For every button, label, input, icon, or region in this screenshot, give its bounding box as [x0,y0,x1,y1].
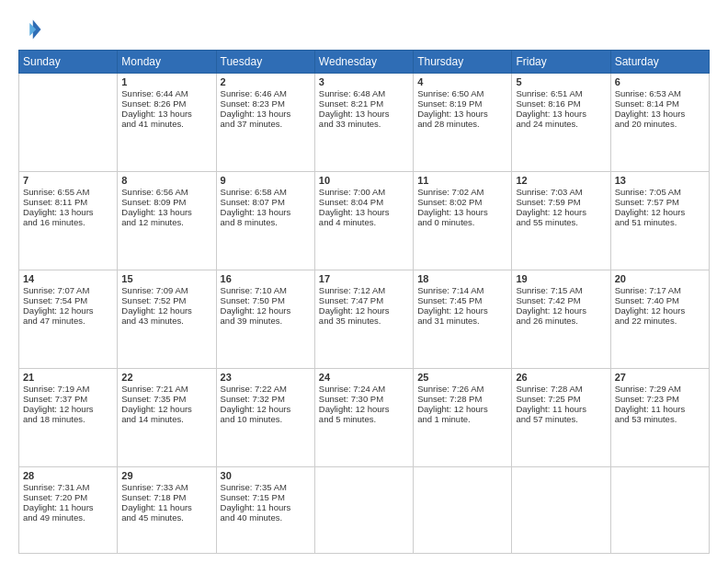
calendar-cell: 24Sunrise: 7:24 AMSunset: 7:30 PMDayligh… [314,369,413,467]
day-info-line: and 4 minutes. [319,217,409,227]
day-info-line: Daylight: 13 hours [121,207,211,217]
day-info-line: Daylight: 12 hours [221,404,311,414]
day-number: 7 [23,175,113,186]
day-number: 24 [319,372,409,383]
weekday-header-monday: Monday [118,51,216,74]
day-number: 3 [319,76,409,87]
day-info-line: Sunset: 7:40 PM [615,295,705,305]
day-info-line: Sunrise: 7:07 AM [23,285,113,295]
day-info-line: and 39 minutes. [221,316,311,326]
day-info-line: Sunrise: 7:09 AM [121,285,211,295]
day-info-line: Sunset: 7:30 PM [319,394,409,404]
week-row-2: 7Sunrise: 6:55 AMSunset: 8:11 PMDaylight… [19,172,710,270]
day-info-line: Daylight: 12 hours [121,404,211,414]
day-info-line: Sunrise: 6:56 AM [121,187,211,197]
day-info-line: Sunset: 7:23 PM [615,394,705,404]
day-info-line: Sunrise: 6:48 AM [319,88,409,98]
day-number: 22 [121,372,211,383]
day-info-line: Sunrise: 6:58 AM [221,187,311,197]
calendar-cell: 28Sunrise: 7:31 AMSunset: 7:20 PMDayligh… [19,467,118,554]
day-number: 27 [615,372,705,383]
calendar-cell: 10Sunrise: 7:00 AMSunset: 8:04 PMDayligh… [314,172,413,270]
calendar-cell: 1Sunrise: 6:44 AMSunset: 8:26 PMDaylight… [118,74,216,172]
day-info-line: Sunrise: 6:50 AM [417,88,507,98]
day-info-line: Daylight: 13 hours [221,109,311,119]
day-info-line: and 55 minutes. [516,217,606,227]
weekday-header-wednesday: Wednesday [314,51,413,74]
weekday-header-row: SundayMondayTuesdayWednesdayThursdayFrid… [19,51,710,74]
day-info-line: Sunrise: 7:15 AM [516,285,606,295]
day-info-line: Daylight: 13 hours [221,207,311,217]
calendar-cell: 15Sunrise: 7:09 AMSunset: 7:52 PMDayligh… [118,270,216,369]
day-number: 6 [615,76,705,87]
day-info-line: Daylight: 12 hours [23,404,113,414]
day-number: 5 [516,76,606,87]
day-number: 17 [319,273,409,284]
day-info-line: Sunset: 7:59 PM [516,197,606,207]
day-info-line: and 1 minute. [417,414,507,424]
day-info-line: Sunrise: 7:17 AM [615,285,705,295]
day-info-line: Sunset: 8:09 PM [121,197,211,207]
day-number: 13 [615,175,705,186]
day-number: 4 [417,76,507,87]
day-info-line: and 51 minutes. [615,217,705,227]
calendar-cell: 4Sunrise: 6:50 AMSunset: 8:19 PMDaylight… [414,74,512,172]
calendar-cell: 7Sunrise: 6:55 AMSunset: 8:11 PMDaylight… [19,172,118,270]
calendar-cell: 30Sunrise: 7:35 AMSunset: 7:15 PMDayligh… [216,467,314,554]
day-info-line: Sunrise: 6:44 AM [121,88,211,98]
day-info-line: and 18 minutes. [23,414,113,424]
calendar-cell: 17Sunrise: 7:12 AMSunset: 7:47 PMDayligh… [314,270,413,369]
day-number: 29 [121,470,211,481]
day-info-line: Sunrise: 6:53 AM [615,88,705,98]
day-number: 30 [221,470,311,481]
day-info-line: and 40 minutes. [221,512,311,523]
day-number: 15 [121,273,211,284]
day-number: 16 [221,273,311,284]
day-info-line: Sunrise: 7:26 AM [417,384,507,394]
weekday-header-thursday: Thursday [414,51,512,74]
day-info-line: and 14 minutes. [121,414,211,424]
day-info-line: and 57 minutes. [516,414,606,424]
day-info-line: and 33 minutes. [319,119,409,129]
calendar-cell [19,74,118,172]
day-info-line: Sunset: 8:04 PM [319,197,409,207]
calendar-cell: 9Sunrise: 6:58 AMSunset: 8:07 PMDaylight… [216,172,314,270]
day-info-line: Daylight: 12 hours [417,305,507,316]
day-info-line: Sunrise: 7:22 AM [221,384,311,394]
day-info-line: and 8 minutes. [221,217,311,227]
day-info-line: Sunrise: 7:00 AM [319,187,409,197]
day-info-line: Sunset: 8:07 PM [221,197,311,207]
day-info-line: Sunrise: 7:21 AM [121,384,211,394]
day-number: 11 [417,175,507,186]
day-info-line: Daylight: 13 hours [319,207,409,217]
weekday-header-saturday: Saturday [610,51,709,74]
day-info-line: Sunset: 7:50 PM [221,295,311,305]
day-info-line: Sunset: 8:11 PM [23,197,113,207]
day-info-line: Sunset: 8:21 PM [319,98,409,109]
calendar-cell: 26Sunrise: 7:28 AMSunset: 7:25 PMDayligh… [512,369,610,467]
day-info-line: and 31 minutes. [417,316,507,326]
day-info-line: Sunrise: 7:28 AM [516,384,606,394]
day-info-line: and 35 minutes. [319,316,409,326]
day-info-line: and 41 minutes. [121,119,211,129]
day-info-line: Daylight: 12 hours [319,305,409,316]
calendar-cell: 23Sunrise: 7:22 AMSunset: 7:32 PMDayligh… [216,369,314,467]
day-info-line: Daylight: 12 hours [417,404,507,414]
day-info-line: and 24 minutes. [516,119,606,129]
day-info-line: Sunrise: 6:55 AM [23,187,113,197]
day-info-line: Sunset: 7:25 PM [516,394,606,404]
day-number: 23 [221,372,311,383]
day-info-line: Sunset: 7:54 PM [23,295,113,305]
day-info-line: Sunrise: 7:03 AM [516,187,606,197]
day-info-line: Sunrise: 6:46 AM [221,88,311,98]
day-info-line: Sunset: 7:52 PM [121,295,211,305]
day-info-line: Sunrise: 7:33 AM [121,482,211,492]
header [18,17,710,42]
day-info-line: Daylight: 12 hours [121,305,211,316]
logo-icon [18,17,44,42]
day-info-line: Sunset: 7:37 PM [23,394,113,404]
day-number: 18 [417,273,507,284]
day-info-line: Daylight: 11 hours [121,502,211,512]
day-info-line: Daylight: 12 hours [23,305,113,316]
day-info-line: Daylight: 13 hours [23,207,113,217]
